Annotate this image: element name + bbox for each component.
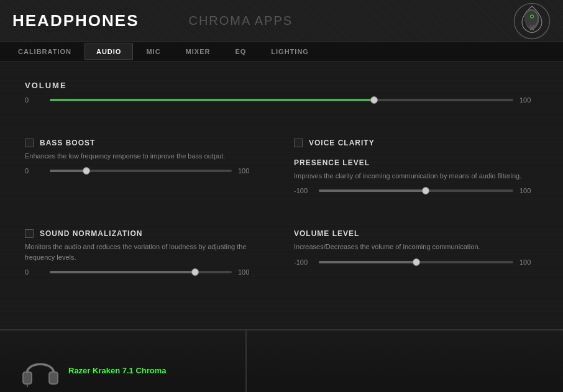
sound-norm-max: 100 [238,268,257,276]
header: HEADPHONES CHROMA APPS [0,0,563,42]
presence-level-header: PRESENCE LEVEL [294,158,538,167]
volume-level-title: VOLUME LEVEL [294,229,359,238]
sound-norm-thumb[interactable] [191,268,199,276]
voice-clarity-checkbox[interactable] [294,139,303,147]
svg-rect-3 [23,371,32,383]
footer-divider [245,330,247,392]
svg-rect-4 [49,371,58,383]
tab-mixer[interactable]: MIXER [174,43,222,60]
volume-thumb[interactable] [370,96,378,104]
sound-norm-title: SOUND NORMALIZATION [40,229,142,238]
sound-norm-slider[interactable] [50,271,232,273]
bass-boost-checkbox[interactable] [25,139,34,147]
sound-norm-min: 0 [25,268,43,276]
volume-min: 0 [25,96,43,104]
presence-slider[interactable] [319,189,513,192]
bass-boost-header: BASS BOOST [25,139,257,147]
volume-slider-container: 0 100 [25,96,538,104]
presence-max: 100 [520,187,538,194]
voice-clarity-title: VOICE CLARITY [309,139,375,147]
presence-fill [319,189,426,192]
volume-label: VOLUME [25,81,538,90]
presence-min: -100 [294,187,313,194]
sound-norm-checkbox[interactable] [25,229,34,238]
main-content: VOLUME 0 100 BASS BOOST Enhances the low… [0,62,563,329]
presence-slider-container: -100 100 [294,187,538,194]
app-title: HEADPHONES [12,11,139,30]
vol-level-thumb[interactable] [413,258,420,266]
vol-level-min: -100 [294,258,313,266]
volume-slider[interactable] [50,99,513,101]
bass-boost-slider[interactable] [50,170,232,172]
volume-level-section: VOLUME LEVEL Increases/Decreases the vol… [282,229,538,295]
tab-mic[interactable]: MIC [134,43,172,60]
bass-boost-thumb[interactable] [83,167,90,175]
bass-boost-max: 100 [238,167,257,175]
volume-level-header: VOLUME LEVEL [294,229,538,238]
bass-boost-section: BASS BOOST Enhances the low frequency re… [25,139,282,214]
tab-eq[interactable]: EQ [223,43,258,60]
svg-point-2 [531,16,533,17]
sound-norm-slider-container: 0 100 [25,268,257,276]
tab-calibration[interactable]: CALIBRATION [6,43,83,60]
sound-norm-section: SOUND NORMALIZATION Monitors the audio a… [25,229,282,295]
volume-max: 100 [520,96,538,104]
device-icon [19,349,62,393]
nav-tabs: CALIBRATION AUDIO MIC MIXER EQ LIGHTING [0,42,563,62]
sound-norm-header: SOUND NORMALIZATION [25,229,257,238]
bass-boost-slider-container: 0 100 [25,167,257,175]
vol-level-slider-container: -100 100 [294,258,538,266]
footer: Razer Kraken 7.1 Chroma [0,329,563,392]
device-name: Razer Kraken 7.1 Chroma [68,366,167,375]
bass-boost-fill [50,170,86,172]
volume-fill [50,99,374,101]
vol-level-slider[interactable] [319,261,513,263]
chroma-apps-label: CHROMA APPS [188,14,293,28]
vol-level-fill [319,261,416,263]
volume-level-desc: Increases/Decreases the volume of incomi… [294,242,538,252]
voice-clarity-header: VOICE CLARITY [294,139,538,147]
bass-boost-desc: Enhances the low frequency response to i… [25,151,257,162]
presence-thumb[interactable] [422,187,429,194]
tab-lighting[interactable]: LIGHTING [259,43,321,60]
presence-level-desc: Improves the clarity of incoming communi… [294,171,538,181]
sound-norm-desc: Monitors the audio and reduces the varia… [25,242,257,262]
tab-audio[interactable]: AUDIO [85,43,133,60]
bass-boost-min: 0 [25,167,43,175]
volume-section: VOLUME 0 100 [25,81,538,123]
vol-level-max: 100 [520,258,538,266]
bass-boost-title: BASS BOOST [40,139,95,147]
voice-clarity-section: VOICE CLARITY PRESENCE LEVEL Improves th… [282,139,538,214]
presence-level-title: PRESENCE LEVEL [294,158,370,167]
sound-norm-fill [50,271,195,273]
razer-logo [513,2,551,40]
